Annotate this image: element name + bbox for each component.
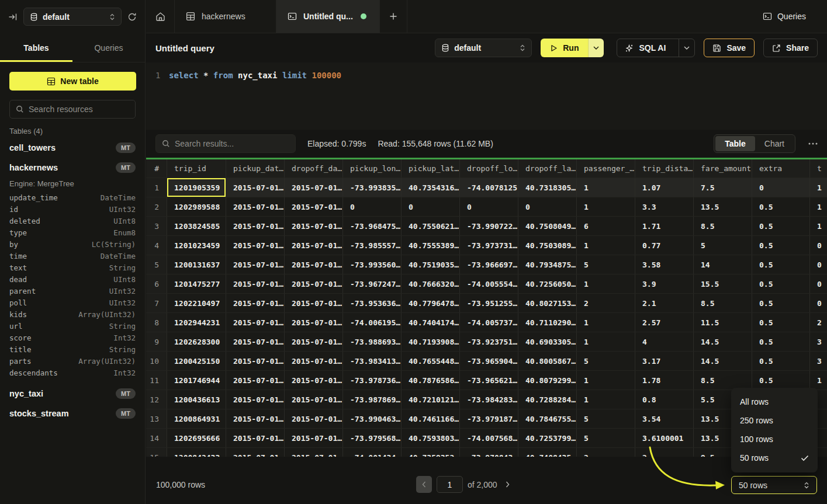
table-cell[interactable]: 40.7404174… bbox=[402, 313, 460, 332]
table-cell[interactable]: 40.7359352… bbox=[402, 448, 460, 457]
table-cell[interactable]: 0 bbox=[810, 274, 827, 293]
table-cell[interactable]: -73.966697… bbox=[460, 255, 518, 274]
sql-ai-button[interactable]: SQL AI bbox=[617, 39, 695, 57]
table-cell[interactable]: 40.7655448… bbox=[402, 352, 460, 370]
column-header[interactable]: pickup_dat… bbox=[226, 159, 285, 178]
table-cell[interactable]: 2015-07-01… bbox=[285, 371, 343, 390]
table-cell[interactable]: 1.71 bbox=[635, 217, 694, 235]
table-cell[interactable]: 1200425150 bbox=[167, 352, 226, 370]
table-cell[interactable]: 40.7253799… bbox=[518, 429, 577, 447]
share-button[interactable]: Share bbox=[763, 39, 818, 57]
table-cell[interactable]: 0.8 bbox=[635, 390, 694, 409]
table-cell[interactable]: 2015-07-01… bbox=[285, 236, 343, 255]
table-cell[interactable]: 2 bbox=[810, 313, 827, 332]
table-cell[interactable]: 3.3 bbox=[635, 197, 694, 216]
table-cell[interactable]: 40.7354316… bbox=[402, 178, 460, 197]
sidebar-item-cell-towers[interactable]: cell_towers MT bbox=[9, 138, 136, 158]
table-cell[interactable]: 40.7110290… bbox=[518, 313, 577, 332]
table-cell[interactable]: 3.58 bbox=[635, 255, 694, 274]
table-cell[interactable]: -73.985557… bbox=[343, 236, 402, 255]
table-cell[interactable]: 40.7934875… bbox=[518, 255, 577, 274]
table-cell[interactable]: -73.990722… bbox=[460, 217, 518, 235]
table-cell[interactable]: 0 bbox=[460, 197, 518, 216]
table-cell[interactable]: 1 bbox=[577, 178, 635, 197]
table-cell[interactable]: 3.54 bbox=[635, 409, 694, 428]
new-tab-button[interactable] bbox=[380, 0, 407, 33]
table-cell[interactable]: 2015-07-01… bbox=[285, 217, 343, 235]
table-cell[interactable]: 0.5 bbox=[752, 236, 810, 255]
table-cell[interactable]: 13.5 bbox=[694, 197, 752, 216]
table-cell[interactable]: 2015-07-01… bbox=[285, 429, 343, 447]
table-cell[interactable]: 1200842433 bbox=[167, 448, 226, 457]
table-cell[interactable]: 0 bbox=[518, 197, 577, 216]
sidebar-item-nyc-taxi[interactable]: nyc_taxi MT bbox=[9, 384, 136, 404]
table-cell[interactable]: 1 bbox=[577, 197, 635, 216]
table-cell[interactable]: 2015-07-01… bbox=[226, 448, 285, 457]
search-resources-input[interactable]: Search resources bbox=[9, 100, 136, 119]
table-cell[interactable]: 5 bbox=[577, 409, 635, 428]
table-cell[interactable]: 0.77 bbox=[635, 236, 694, 255]
table-cell[interactable]: 1200864931 bbox=[167, 409, 226, 428]
table-cell[interactable]: 6 bbox=[577, 217, 635, 235]
table-cell[interactable]: 1.07 bbox=[635, 178, 694, 197]
table-cell[interactable]: 40.7408435… bbox=[518, 448, 577, 457]
table-cell[interactable]: 2015-07-01… bbox=[285, 352, 343, 370]
table-cell[interactable]: 2015-07-01… bbox=[285, 197, 343, 216]
column-header[interactable]: pickup_lon… bbox=[343, 159, 402, 178]
sidebar-item-stocks-stream[interactable]: stocks_stream MT bbox=[9, 404, 136, 423]
home-tab[interactable] bbox=[146, 0, 175, 33]
table-cell[interactable]: 1 bbox=[577, 313, 635, 332]
table-cell[interactable]: -73.984283… bbox=[460, 390, 518, 409]
table-cell[interactable]: 40.7256050… bbox=[518, 274, 577, 293]
table-cell[interactable]: 1200436613 bbox=[167, 390, 226, 409]
column-header[interactable]: # bbox=[146, 159, 167, 178]
table-cell[interactable]: 1200131637 bbox=[167, 255, 226, 274]
table-cell[interactable]: 0 bbox=[810, 255, 827, 274]
table-cell[interactable]: 15.5 bbox=[694, 274, 752, 293]
table-cell[interactable]: 0 bbox=[810, 294, 827, 312]
table-cell[interactable]: 0.5 bbox=[752, 217, 810, 235]
table-cell[interactable]: 40.7461166… bbox=[402, 409, 460, 428]
table-cell[interactable]: -73.993835… bbox=[343, 178, 402, 197]
table-cell[interactable]: 0.5 bbox=[752, 352, 810, 370]
table-cell[interactable]: 0.5 bbox=[752, 371, 810, 390]
table-cell[interactable]: 2015-07-01… bbox=[285, 178, 343, 197]
database-selector[interactable]: default bbox=[23, 8, 122, 26]
table-cell[interactable]: 2015-07-01… bbox=[226, 429, 285, 447]
collapse-sidebar-icon[interactable] bbox=[8, 12, 18, 22]
table-cell[interactable]: 40.6903305… bbox=[518, 332, 577, 351]
table-cell[interactable]: 40.7550621… bbox=[402, 217, 460, 235]
table-cell[interactable]: 0.5 bbox=[752, 274, 810, 293]
run-button[interactable]: Run bbox=[541, 39, 588, 57]
column-header[interactable]: dropoff_la… bbox=[518, 159, 577, 178]
table-cell[interactable]: 14.5 bbox=[694, 332, 752, 351]
table-cell[interactable]: 1.78 bbox=[635, 371, 694, 390]
sql-editor[interactable]: 1 select * from nyc_taxi limit 100000 bbox=[146, 62, 827, 130]
table-cell[interactable]: 2015-07-01… bbox=[285, 274, 343, 293]
run-options-button[interactable] bbox=[588, 39, 604, 57]
table-cell[interactable]: 1 bbox=[577, 371, 635, 390]
table-cell[interactable]: 3 bbox=[810, 332, 827, 351]
column-header[interactable]: dropoff_da… bbox=[285, 159, 343, 178]
table-cell[interactable]: -73.951255… bbox=[460, 294, 518, 312]
table-cell[interactable]: 1 bbox=[810, 217, 827, 235]
rows-option-100-rows[interactable]: 100 rows bbox=[731, 430, 818, 449]
table-cell[interactable]: 40.7846755… bbox=[518, 409, 577, 428]
table-cell[interactable]: 5 bbox=[577, 352, 635, 370]
table-cell[interactable]: 0.5 bbox=[752, 332, 810, 351]
more-options-button[interactable] bbox=[808, 142, 818, 145]
table-cell[interactable]: 40.7876586… bbox=[402, 371, 460, 390]
table-cell[interactable]: 11.5 bbox=[694, 313, 752, 332]
table-cell[interactable]: 40.7193908… bbox=[402, 332, 460, 351]
table-cell[interactable]: 0 bbox=[343, 197, 402, 216]
column-header[interactable]: t bbox=[810, 159, 827, 178]
table-cell[interactable]: 1202944231 bbox=[167, 313, 226, 332]
tab-untitled-query[interactable]: Untitled qu... bbox=[276, 0, 380, 33]
table-cell[interactable]: 14.5 bbox=[694, 352, 752, 370]
column-header[interactable]: dropoff_lo… bbox=[460, 159, 518, 178]
table-cell[interactable]: -73.979568… bbox=[343, 429, 402, 447]
table-cell[interactable]: -73.968475… bbox=[343, 217, 402, 235]
table-cell[interactable]: 2015-07-01… bbox=[226, 313, 285, 332]
table-cell[interactable]: 2015-07-01… bbox=[226, 217, 285, 235]
table-cell[interactable]: -73.978736… bbox=[343, 371, 402, 390]
